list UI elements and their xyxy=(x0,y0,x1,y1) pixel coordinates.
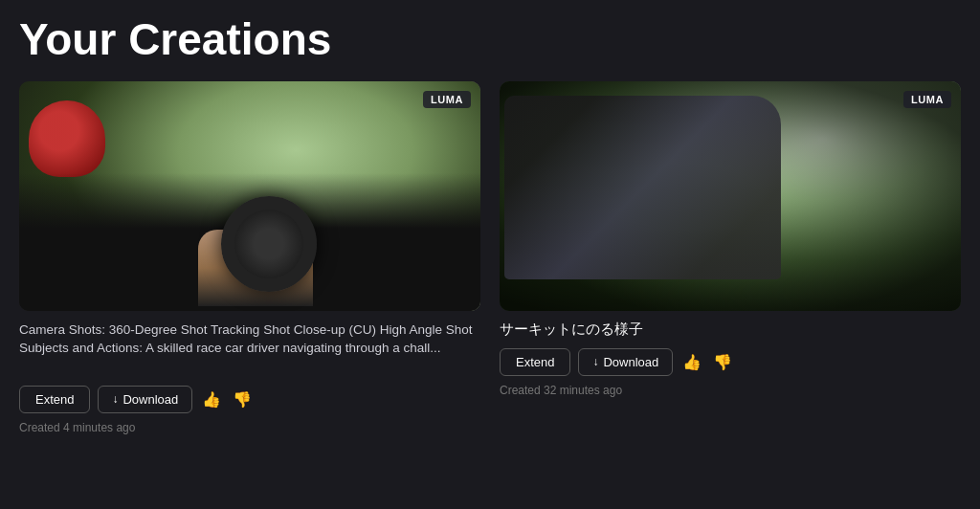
created-time-1: Created 4 minutes ago xyxy=(19,421,480,434)
helmet-shape xyxy=(29,100,105,177)
download-icon-2: ↓ xyxy=(592,355,598,368)
luma-badge-2: LUMA xyxy=(903,91,951,108)
card-actions-1: Extend ↓ Download 👍 👎 xyxy=(19,386,480,413)
download-label-2: Download xyxy=(603,355,658,369)
dislike-button-2[interactable]: 👎 xyxy=(711,349,734,375)
creation-card-2: LUMA サーキットにのる様子 Extend ↓ Download 👍 👎 Cr… xyxy=(500,81,961,434)
card-actions-2: Extend ↓ Download 👍 👎 xyxy=(500,348,961,376)
card-title-2: サーキットにのる様子 xyxy=(500,321,961,339)
creation-card-1: LUMA Camera Shots: 360-Degree Shot Track… xyxy=(19,81,480,434)
video-thumbnail-2[interactable]: LUMA xyxy=(500,81,961,311)
extend-button-2[interactable]: Extend xyxy=(500,348,570,376)
extend-button-1[interactable]: Extend xyxy=(19,386,90,413)
download-label-1: Download xyxy=(122,392,178,407)
download-button-1[interactable]: ↓ Download xyxy=(98,386,192,413)
like-button-2[interactable]: 👍 xyxy=(680,349,703,375)
download-icon-1: ↓ xyxy=(112,392,118,406)
figure-shape xyxy=(504,96,781,279)
video-thumbnail-1[interactable]: LUMA xyxy=(19,81,480,311)
like-button-1[interactable]: 👍 xyxy=(200,387,223,412)
creations-grid: LUMA Camera Shots: 360-Degree Shot Track… xyxy=(19,81,961,434)
steering-wheel-shape xyxy=(221,196,317,292)
page-title: Your Creations xyxy=(19,15,961,64)
download-button-2[interactable]: ↓ Download xyxy=(578,348,673,376)
luma-badge-1: LUMA xyxy=(423,91,471,108)
dislike-button-1[interactable]: 👎 xyxy=(231,387,254,412)
created-time-2: Created 32 minutes ago xyxy=(500,384,961,397)
card-description-1: Camera Shots: 360-Degree Shot Tracking S… xyxy=(19,321,480,376)
page-container: Your Creations LUMA Camera Shots: 360-De… xyxy=(0,0,980,509)
